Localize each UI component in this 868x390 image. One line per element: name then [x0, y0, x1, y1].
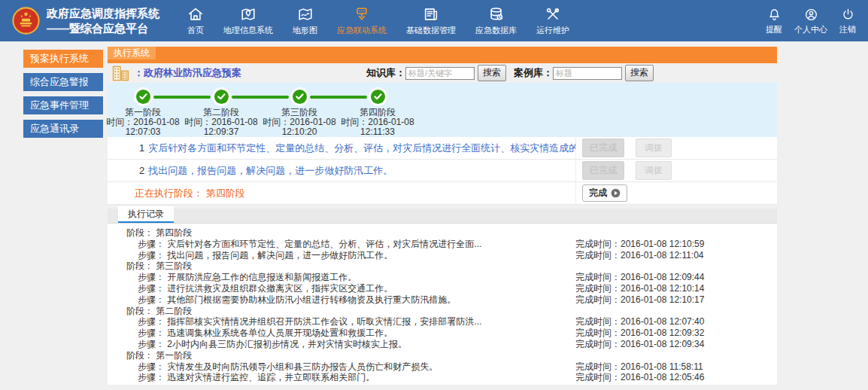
task-number: 2 [139, 165, 144, 176]
record-step-time: 完成时间：2016-01-08 12:05:46 [575, 372, 777, 383]
stage-step-3: 第三阶段时间：2016-01-0812:10:20 [260, 87, 338, 137]
tab-exec-system[interactable]: 执行系统 [108, 47, 156, 59]
page-body: 预案执行系统综合应急警报应急事件管理应急通讯录 执行系统 [0, 41, 868, 390]
buildings-icon [112, 66, 130, 81]
record-step-text: 步骤： 指挥部核实灾情情况并组织召开防洪工作会议，听取灾情汇报，安排部署防洪..… [108, 316, 575, 328]
record-step-time: 完成时间：2016-01-08 11:58:11 [575, 361, 777, 373]
case-search-label: 案例库： [514, 66, 553, 80]
completed-button: 已完成 [582, 139, 624, 157]
topbar: 政府应急调度指挥系统 ——暨综合应急平台 首页地理信息系统地形图应急联动系统基础… [0, 0, 868, 41]
completed-button: 已完成 [582, 161, 624, 180]
stage-step-2: 第二阶段时间：2016-01-0812:09:37 [182, 87, 260, 137]
database-icon [488, 6, 505, 23]
task-link[interactable]: 灾后针对各方面和环节定性、定量的总结、分析、评估，对灾后情况进行全面统计、核实灾… [148, 142, 575, 154]
record-step: 步骤： 2小时内向县三防办汇报初步情况，并对灾情实时核实上报。完成时间：2016… [108, 339, 777, 350]
record-step: 步骤： 迅速调集林业系统各单位人员展开现场处置和救援工作。完成时间：2016-0… [108, 328, 777, 339]
check-icon[interactable] [371, 90, 385, 104]
record-step-text: 步骤： 找出问题，报告问题，解决问题，进一步做好防汛工作。 [108, 250, 575, 261]
record-step-time: 完成时间：2016-01-08 12:10:14 [575, 283, 777, 294]
record-step: 步骤： 指挥部核实灾情情况并组织召开防洪工作会议，听取灾情汇报，安排部署防洪..… [108, 316, 777, 328]
current-stage-label: 正在执行阶段： [135, 187, 203, 199]
record-step: 步骤： 灾情发生及时向防汛领导小组和县三防办报告人员伤亡和财产损失。完成时间：2… [108, 361, 777, 373]
nav-item-gis[interactable]: 地理信息系统 [214, 6, 283, 36]
app-title-line2: ——暨综合应急平台 [47, 21, 159, 36]
task-text-1: 1灾后针对各方面和环节定性、定量的总结、分析、评估，对灾后情况进行全面统计、核实… [108, 142, 575, 155]
record-step: 步骤： 迅速对灾情进行监控、追踪，并立即联系相关部门。完成时间：2016-01-… [108, 372, 777, 383]
case-search-button[interactable]: 搜索 [625, 65, 654, 81]
record-step-text: 步骤： 进行抗洪救灾及组织群众撤离灾区，指挥灾区交通工作。 [108, 283, 575, 294]
stage-step-time: 12:09:37 [204, 127, 239, 137]
record-step-time: 完成时间：2016-01-08 12:10:59 [575, 239, 777, 250]
sidebar-item-contacts[interactable]: 应急通讯录 [23, 120, 103, 138]
app-title-line1: 政府应急调度指挥系统 [47, 6, 159, 21]
task-link[interactable]: 找出问题，报告问题，解决问题，进一步做好防汛工作。 [148, 165, 393, 176]
record-stage: 阶段： 第一阶段 [108, 350, 777, 361]
stage-step-time: 12:11:33 [360, 127, 395, 137]
current-stage-value: 第四阶段 [206, 187, 245, 199]
record-step-time: 完成时间：2016-01-08 12:09:32 [575, 328, 777, 339]
task-actions-1: 已完成调拨 [575, 137, 777, 159]
record-step-time: 完成时间：2016-01-08 12:10:17 [575, 294, 777, 306]
current-stage-row: 正在执行阶段： 第四阶段 完成 [108, 182, 777, 205]
check-icon[interactable] [136, 90, 150, 104]
case-search-input[interactable] [553, 67, 622, 80]
record-step-text: 步骤： 灾后针对各方面和环节定性、定量的总结、分析、评估，对灾后情况进行全面..… [108, 239, 575, 250]
search-cluster: 知识库： 搜索 案例库： 搜索 [366, 63, 654, 83]
task-text-2: 2找出问题，报告问题，解决问题，进一步做好防汛工作。 [108, 164, 575, 178]
record-step-time: 完成时间：2016-01-08 12:09:34 [575, 339, 777, 350]
sidebar-item-alarm[interactable]: 综合应急警报 [23, 73, 103, 91]
tools-icon [545, 6, 561, 23]
knowledge-search-input[interactable] [405, 67, 475, 80]
action-profile[interactable]: 个人中心 [788, 6, 833, 35]
stage-stepper: 第一阶段时间：2016-01-0812:07:03第二阶段时间：2016-01-… [104, 87, 777, 137]
record-step: 步骤： 进行抗洪救灾及组织群众撤离灾区，指挥灾区交通工作。完成时间：2016-0… [108, 283, 777, 294]
nav-item-label-maintenance: 运行维护 [536, 25, 569, 36]
nav-item-label-basedata: 基础数据管理 [406, 25, 456, 36]
action-alerts[interactable]: 提醒 [760, 6, 788, 35]
check-icon[interactable] [293, 90, 307, 104]
task-rows: 1灾后针对各方面和环节定性、定量的总结、分析、评估，对灾后情况进行全面统计、核实… [108, 137, 777, 182]
check-icon[interactable] [214, 90, 229, 104]
finish-button[interactable]: 完成 [582, 184, 627, 202]
nav-item-database[interactable]: 应急数据库 [466, 6, 527, 36]
nav-item-home[interactable]: 首页 [178, 6, 214, 36]
nav-item-label-gis: 地理信息系统 [223, 25, 273, 36]
record-step: 步骤： 找出问题，报告问题，解决问题，进一步做好防汛工作。完成时间：2016-0… [108, 250, 777, 261]
nav-item-label-linkage: 应急联动系统 [337, 25, 387, 36]
record-step-text: 步骤： 其他部门根据需要协助林业防汛小组进行转移物资及执行重大防汛措施。 [108, 294, 575, 306]
nav-item-maintenance[interactable]: 运行维护 [527, 6, 579, 36]
nav-item-terrain[interactable]: 地形图 [283, 6, 327, 36]
record-step-time: 完成时间：2016-01-08 12:11:04 [575, 250, 777, 261]
action-label-logout: 注销 [839, 24, 856, 35]
content-tabbar: 执行系统 [108, 47, 777, 63]
record-step-text: 步骤： 迅速对灾情进行监控、追踪，并立即联系相关部门。 [108, 372, 575, 383]
map-marker-icon [240, 6, 256, 23]
main-nav: 首页地理信息系统地形图应急联动系统基础数据管理应急数据库运行维护 [178, 6, 579, 36]
nav-item-basedata[interactable]: 基础数据管理 [396, 6, 466, 36]
sidebar-item-events[interactable]: 应急事件管理 [23, 96, 103, 114]
terrain-map-icon [297, 6, 314, 23]
plan-title-link[interactable]: ：政府林业防汛应急预案 [134, 66, 241, 80]
tab-execution-records[interactable]: 执行记录 [118, 206, 174, 223]
sidebar-item-plan-exec[interactable]: 预案执行系统 [23, 50, 103, 68]
nav-item-linkage[interactable]: 应急联动系统 [327, 6, 396, 36]
task-table: 1灾后针对各方面和环节定性、定量的总结、分析、评估，对灾后情况进行全面统计、核实… [108, 137, 777, 205]
execution-records-section: 执行记录 阶段： 第四阶段步骤： 灾后针对各方面和环节定性、定量的总结、分析、评… [108, 209, 777, 385]
record-step: 步骤： 开展防洪应急工作的信息报送和新闻报道工作。完成时间：2016-01-08… [108, 272, 777, 283]
dispatch-button: 调拨 [636, 139, 672, 157]
play-circle-icon [611, 188, 621, 198]
nav-item-label-home: 首页 [187, 25, 204, 36]
record-stage: 阶段： 第四阶段 [108, 227, 777, 239]
app-title: 政府应急调度指挥系统 ——暨综合应急平台 [47, 6, 159, 35]
nav-item-label-database: 应急数据库 [475, 25, 517, 36]
task-number: 1 [139, 142, 144, 154]
record-step-text: 步骤： 2小时内向县三防办汇报初步情况，并对灾情实时核实上报。 [108, 339, 575, 350]
record-step-text: 步骤： 开展防洪应急工作的信息报送和新闻报道工作。 [108, 272, 575, 283]
brand: 政府应急调度指挥系统 ——暨综合应急平台 [0, 6, 159, 35]
knowledge-search-button[interactable]: 搜索 [478, 65, 506, 81]
knowledge-search-label: 知识库： [366, 66, 405, 80]
task-row-1: 1灾后针对各方面和环节定性、定量的总结、分析、评估，对灾后情况进行全面统计、核实… [108, 137, 777, 160]
finish-button-label: 完成 [589, 187, 607, 200]
action-logout[interactable]: 注销 [833, 6, 862, 35]
main-content: 执行系统 ：政府林业防汛应急预案 [108, 47, 777, 385]
